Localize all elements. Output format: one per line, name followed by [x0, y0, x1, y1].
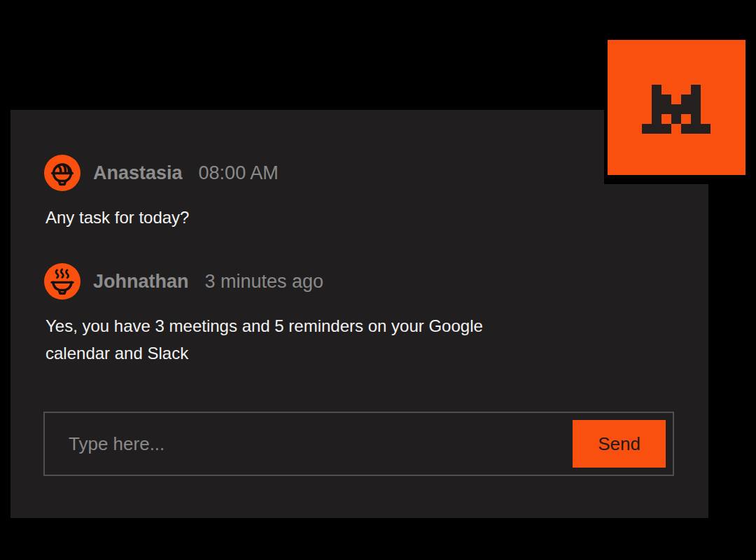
mistral-logo	[608, 40, 746, 175]
message-timestamp: 08:00 AM	[199, 162, 279, 184]
message-text: Yes, you have 3 meetings and 5 reminders…	[46, 312, 542, 367]
app-canvas: Anastasia 08:00 AM Any task for today?	[0, 0, 756, 560]
message-timestamp: 3 minutes ago	[205, 271, 324, 293]
rice-bowl-icon	[44, 155, 80, 191]
message-header: Johnathan 3 minutes ago	[44, 263, 323, 300]
steaming-bowl-icon	[44, 263, 80, 300]
avatar	[44, 263, 80, 300]
message-text: Any task for today?	[46, 204, 189, 231]
author-name: Anastasia	[93, 162, 183, 184]
send-button[interactable]: Send	[573, 420, 666, 468]
mistral-pixel-m-icon	[642, 85, 710, 134]
composer: Send	[43, 412, 674, 476]
message-header: Anastasia 08:00 AM	[44, 155, 279, 191]
author-name: Johnathan	[93, 271, 189, 293]
chat-panel: Anastasia 08:00 AM Any task for today?	[10, 110, 708, 518]
message-input[interactable]	[45, 413, 573, 475]
avatar	[44, 155, 80, 191]
